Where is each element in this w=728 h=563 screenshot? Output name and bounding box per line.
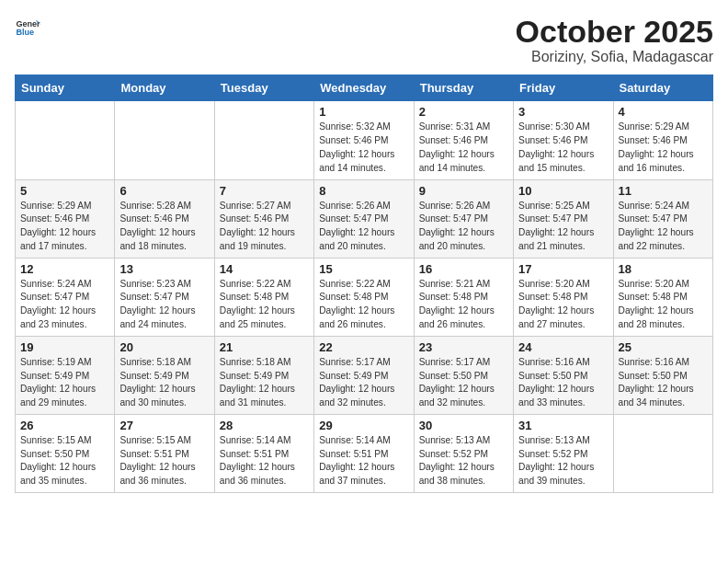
calendar-cell: 27Sunrise: 5:15 AM Sunset: 5:51 PM Dayli…	[115, 414, 214, 492]
weekday-header-saturday: Saturday	[613, 75, 712, 101]
calendar-cell: 12Sunrise: 5:24 AM Sunset: 5:47 PM Dayli…	[16, 258, 115, 336]
calendar-cell: 21Sunrise: 5:18 AM Sunset: 5:49 PM Dayli…	[214, 336, 313, 414]
calendar-cell: 23Sunrise: 5:17 AM Sunset: 5:50 PM Dayli…	[414, 336, 513, 414]
day-number: 22	[319, 340, 408, 354]
day-info: Sunrise: 5:14 AM Sunset: 5:51 PM Dayligh…	[319, 434, 408, 488]
day-number: 11	[619, 184, 708, 198]
week-row-0: 1Sunrise: 5:32 AM Sunset: 5:46 PM Daylig…	[16, 101, 713, 179]
day-info: Sunrise: 5:30 AM Sunset: 5:46 PM Dayligh…	[518, 121, 608, 175]
day-info: Sunrise: 5:15 AM Sunset: 5:50 PM Dayligh…	[20, 434, 109, 488]
day-info: Sunrise: 5:14 AM Sunset: 5:51 PM Dayligh…	[220, 434, 309, 488]
week-row-2: 12Sunrise: 5:24 AM Sunset: 5:47 PM Dayli…	[16, 258, 713, 336]
day-number: 4	[619, 105, 708, 119]
day-info: Sunrise: 5:21 AM Sunset: 5:48 PM Dayligh…	[419, 278, 508, 332]
day-number: 31	[518, 419, 608, 432]
calendar-cell: 26Sunrise: 5:15 AM Sunset: 5:50 PM Dayli…	[16, 414, 115, 492]
calendar-cell: 3Sunrise: 5:30 AM Sunset: 5:46 PM Daylig…	[514, 101, 613, 179]
calendar-cell	[214, 101, 313, 179]
day-number: 15	[319, 262, 408, 276]
month-title: October 2025	[516, 15, 713, 49]
day-info: Sunrise: 5:24 AM Sunset: 5:47 PM Dayligh…	[619, 200, 708, 254]
weekday-header-wednesday: Wednesday	[314, 75, 414, 101]
svg-text:General: General	[16, 19, 40, 29]
day-info: Sunrise: 5:16 AM Sunset: 5:50 PM Dayligh…	[518, 356, 608, 410]
day-number: 7	[220, 184, 309, 198]
day-info: Sunrise: 5:22 AM Sunset: 5:48 PM Dayligh…	[319, 278, 408, 332]
day-info: Sunrise: 5:24 AM Sunset: 5:47 PM Dayligh…	[20, 278, 109, 332]
calendar-cell: 2Sunrise: 5:31 AM Sunset: 5:46 PM Daylig…	[414, 101, 513, 179]
calendar-cell: 24Sunrise: 5:16 AM Sunset: 5:50 PM Dayli…	[514, 336, 613, 414]
day-info: Sunrise: 5:23 AM Sunset: 5:47 PM Dayligh…	[119, 278, 209, 332]
calendar-cell: 30Sunrise: 5:13 AM Sunset: 5:52 PM Dayli…	[414, 414, 513, 492]
title-area: October 2025 Boriziny, Sofia, Madagascar	[516, 15, 713, 65]
day-info: Sunrise: 5:16 AM Sunset: 5:50 PM Dayligh…	[619, 356, 708, 410]
calendar-table: SundayMondayTuesdayWednesdayThursdayFrid…	[15, 75, 713, 493]
weekday-header-row: SundayMondayTuesdayWednesdayThursdayFrid…	[16, 75, 713, 101]
day-number: 6	[119, 184, 209, 198]
day-number: 27	[119, 419, 209, 432]
day-info: Sunrise: 5:15 AM Sunset: 5:51 PM Dayligh…	[119, 434, 209, 488]
day-number: 8	[319, 184, 408, 198]
calendar-cell: 1Sunrise: 5:32 AM Sunset: 5:46 PM Daylig…	[314, 101, 414, 179]
weekday-header-thursday: Thursday	[414, 75, 513, 101]
day-info: Sunrise: 5:26 AM Sunset: 5:47 PM Dayligh…	[319, 200, 408, 254]
day-info: Sunrise: 5:22 AM Sunset: 5:48 PM Dayligh…	[220, 278, 309, 332]
day-info: Sunrise: 5:27 AM Sunset: 5:46 PM Dayligh…	[220, 200, 309, 254]
calendar-cell: 14Sunrise: 5:22 AM Sunset: 5:48 PM Dayli…	[214, 258, 313, 336]
svg-text:Blue: Blue	[16, 28, 34, 37]
calendar-cell: 31Sunrise: 5:13 AM Sunset: 5:52 PM Dayli…	[514, 414, 613, 492]
calendar-cell	[613, 414, 712, 492]
day-number: 10	[518, 184, 608, 198]
calendar-cell: 22Sunrise: 5:17 AM Sunset: 5:49 PM Dayli…	[314, 336, 414, 414]
day-info: Sunrise: 5:13 AM Sunset: 5:52 PM Dayligh…	[419, 434, 508, 488]
day-number: 20	[119, 340, 209, 354]
logo: General Blue	[15, 15, 40, 40]
calendar-cell: 28Sunrise: 5:14 AM Sunset: 5:51 PM Dayli…	[214, 414, 313, 492]
weekday-header-tuesday: Tuesday	[214, 75, 313, 101]
day-number: 13	[119, 262, 209, 276]
day-info: Sunrise: 5:18 AM Sunset: 5:49 PM Dayligh…	[220, 356, 309, 410]
calendar-cell: 16Sunrise: 5:21 AM Sunset: 5:48 PM Dayli…	[414, 258, 513, 336]
day-info: Sunrise: 5:32 AM Sunset: 5:46 PM Dayligh…	[319, 121, 408, 175]
weekday-header-monday: Monday	[115, 75, 214, 101]
calendar-cell: 20Sunrise: 5:18 AM Sunset: 5:49 PM Dayli…	[115, 336, 214, 414]
calendar-cell: 17Sunrise: 5:20 AM Sunset: 5:48 PM Dayli…	[514, 258, 613, 336]
calendar-cell: 4Sunrise: 5:29 AM Sunset: 5:46 PM Daylig…	[613, 101, 712, 179]
day-info: Sunrise: 5:20 AM Sunset: 5:48 PM Dayligh…	[619, 278, 708, 332]
calendar-cell: 18Sunrise: 5:20 AM Sunset: 5:48 PM Dayli…	[613, 258, 712, 336]
day-info: Sunrise: 5:28 AM Sunset: 5:46 PM Dayligh…	[119, 200, 209, 254]
day-number: 23	[419, 340, 508, 354]
day-info: Sunrise: 5:17 AM Sunset: 5:50 PM Dayligh…	[419, 356, 508, 410]
calendar-cell: 5Sunrise: 5:29 AM Sunset: 5:46 PM Daylig…	[16, 179, 115, 258]
day-number: 2	[419, 105, 508, 119]
day-info: Sunrise: 5:31 AM Sunset: 5:46 PM Dayligh…	[419, 121, 508, 175]
day-number: 19	[20, 340, 109, 354]
day-info: Sunrise: 5:13 AM Sunset: 5:52 PM Dayligh…	[518, 434, 608, 488]
calendar-cell: 25Sunrise: 5:16 AM Sunset: 5:50 PM Dayli…	[613, 336, 712, 414]
calendar-cell: 19Sunrise: 5:19 AM Sunset: 5:49 PM Dayli…	[16, 336, 115, 414]
logo-icon: General Blue	[15, 15, 40, 40]
day-number: 9	[419, 184, 508, 198]
day-info: Sunrise: 5:17 AM Sunset: 5:49 PM Dayligh…	[319, 356, 408, 410]
day-info: Sunrise: 5:19 AM Sunset: 5:49 PM Dayligh…	[20, 356, 109, 410]
calendar-cell: 8Sunrise: 5:26 AM Sunset: 5:47 PM Daylig…	[314, 179, 414, 258]
calendar-cell: 7Sunrise: 5:27 AM Sunset: 5:46 PM Daylig…	[214, 179, 313, 258]
calendar-cell	[16, 101, 115, 179]
day-number: 24	[518, 340, 608, 354]
day-number: 18	[619, 262, 708, 276]
day-number: 5	[20, 184, 109, 198]
calendar-cell: 9Sunrise: 5:26 AM Sunset: 5:47 PM Daylig…	[414, 179, 513, 258]
weekday-header-sunday: Sunday	[16, 75, 115, 101]
calendar-cell: 6Sunrise: 5:28 AM Sunset: 5:46 PM Daylig…	[115, 179, 214, 258]
header: General Blue October 2025 Boriziny, Sofi…	[15, 15, 713, 65]
day-number: 12	[20, 262, 109, 276]
calendar-cell	[115, 101, 214, 179]
day-number: 30	[419, 419, 508, 432]
calendar-cell: 11Sunrise: 5:24 AM Sunset: 5:47 PM Dayli…	[613, 179, 712, 258]
week-row-3: 19Sunrise: 5:19 AM Sunset: 5:49 PM Dayli…	[16, 336, 713, 414]
weekday-header-friday: Friday	[514, 75, 613, 101]
day-number: 29	[319, 419, 408, 432]
week-row-1: 5Sunrise: 5:29 AM Sunset: 5:46 PM Daylig…	[16, 179, 713, 258]
day-number: 25	[619, 340, 708, 354]
day-number: 16	[419, 262, 508, 276]
